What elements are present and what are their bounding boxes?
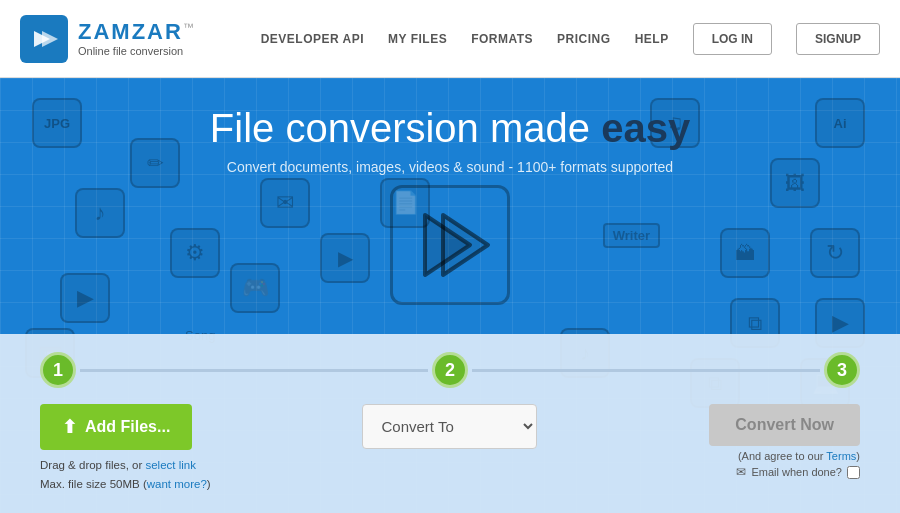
login-button[interactable]: LOG IN	[693, 23, 772, 55]
hero-title: File conversion made easy	[0, 106, 900, 151]
terms-link[interactable]: Terms	[826, 450, 856, 462]
step2-area: Convert To MP4 MP3 PDF JPG PNG DOC	[313, 404, 586, 449]
step-line-1	[80, 369, 428, 372]
hero-content: File conversion made easy Convert docume…	[0, 78, 900, 305]
email-label: Email when done?	[751, 466, 842, 478]
steps-row: 1 2 3	[40, 352, 860, 388]
logo-area: ZAMZAR™ Online file conversion	[20, 15, 196, 63]
logo-tm: ™	[183, 20, 196, 32]
drag-drop-text: Drag & drop files, or select link Max. f…	[40, 456, 211, 493]
nav-formats[interactable]: FORMATS	[471, 32, 533, 46]
svg-marker-5	[443, 215, 488, 275]
email-checkbox[interactable]	[847, 466, 860, 479]
step1-area: ⬆ Add Files... Drag & drop files, or sel…	[40, 404, 313, 493]
upload-icon: ⬆	[62, 416, 77, 438]
step-circle-1: 1	[40, 352, 76, 388]
agree-text: (And agree to our	[738, 450, 826, 462]
logo-name-text: ZAMZAR	[78, 19, 183, 44]
nav-pricing[interactable]: PRICING	[557, 32, 611, 46]
actions-row: ⬆ Add Files... Drag & drop files, or sel…	[40, 404, 860, 493]
step-circle-2: 2	[432, 352, 468, 388]
email-checkbox-icon: ✉	[736, 465, 746, 479]
signup-button[interactable]: SIGNUP	[796, 23, 880, 55]
email-row: ✉ Email when done?	[736, 465, 860, 479]
drag-close: )	[207, 478, 211, 490]
add-files-label: Add Files...	[85, 418, 170, 436]
step-bar: 1 2 3 ⬆ Add Files... Drag & drop files, …	[0, 334, 900, 513]
logo-icon	[20, 15, 68, 63]
hero-title-prefix: File conversion made	[210, 106, 601, 150]
convert-now-button[interactable]: Convert Now	[709, 404, 860, 446]
add-files-button[interactable]: ⬆ Add Files...	[40, 404, 192, 450]
want-more-link[interactable]: want more?	[147, 478, 207, 490]
svg-marker-1	[42, 31, 58, 47]
convert-note: (And agree to our Terms)	[738, 450, 860, 462]
step-circle-3: 3	[824, 352, 860, 388]
hero-subtitle: Convert documents, images, videos & soun…	[0, 159, 900, 175]
main-nav: DEVELOPER API MY FILES FORMATS PRICING H…	[261, 23, 880, 55]
header: ZAMZAR™ Online file conversion DEVELOPER…	[0, 0, 900, 78]
logo-tagline: Online file conversion	[78, 45, 196, 57]
step-line-2	[472, 369, 820, 372]
agree-close: )	[856, 450, 860, 462]
center-logo	[390, 185, 510, 305]
nav-help[interactable]: HELP	[635, 32, 669, 46]
hero-title-emphasis: easy	[601, 106, 690, 150]
select-link[interactable]: select link	[145, 459, 196, 471]
drag-text-2: Max. file size 50MB (	[40, 478, 147, 490]
step3-area: Convert Now (And agree to our Terms) ✉ E…	[587, 404, 860, 479]
nav-developer-api[interactable]: DEVELOPER API	[261, 32, 364, 46]
logo-text-area: ZAMZAR™ Online file conversion	[78, 21, 196, 57]
logo-name: ZAMZAR™	[78, 21, 196, 43]
drag-text-1: Drag & drop files, or	[40, 459, 142, 471]
convert-to-select[interactable]: Convert To MP4 MP3 PDF JPG PNG DOC	[362, 404, 537, 449]
nav-my-files[interactable]: MY FILES	[388, 32, 447, 46]
hero-section: JPG ♪ ✏ ⚙ ▶ 📼 ✉ 🎮 ▶ Song Ai 🖼 ↻ 🏔 ▶ ⧉ 💻 …	[0, 78, 900, 513]
